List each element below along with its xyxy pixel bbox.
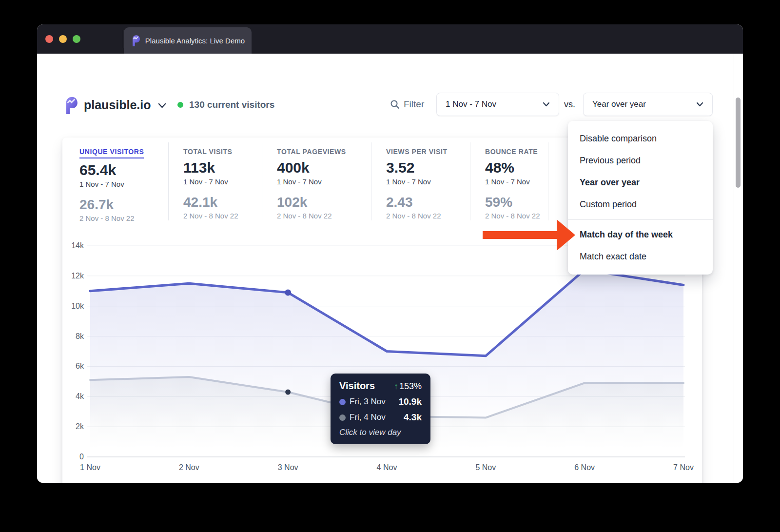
comparison-menu: Disable comparisonPrevious periodYear ov… (568, 121, 713, 275)
menu-item-custom-period[interactable]: Custom period (568, 194, 713, 216)
dashboard: plausible.io 130 current visitors Filter… (37, 54, 743, 483)
svg-text:3 Nov: 3 Nov (278, 463, 298, 472)
tooltip-row-value: 4.3k (404, 412, 422, 423)
comparison-value: Year over year (592, 99, 646, 109)
menu-item-year-over-year[interactable]: Year over year (568, 172, 713, 194)
menu-item-disable-comparison[interactable]: Disable comparison (568, 128, 713, 150)
series-dot-icon (339, 399, 346, 405)
browser-tab[interactable]: Plausible Analytics: Live Demo (124, 27, 252, 54)
current-visitors[interactable]: 130 current visitors (177, 93, 274, 117)
chevron-down-icon (696, 102, 703, 107)
date-range-picker[interactable]: 1 Nov - 7 Nov (436, 93, 559, 116)
site-name: plausible.io (84, 98, 151, 112)
browser-window: Plausible Analytics: Live Demo plausible… (37, 24, 743, 483)
svg-text:6k: 6k (76, 362, 84, 370)
tooltip-row-label: Fri, 4 Nov (350, 413, 386, 422)
close-button[interactable] (45, 35, 53, 43)
tooltip-row-label: Fri, 3 Nov (350, 397, 386, 407)
window-controls (45, 35, 80, 43)
titlebar: Plausible Analytics: Live Demo (37, 24, 743, 54)
menu-item-match-day-of-the-week[interactable]: Match day of the week (568, 224, 713, 246)
svg-text:6 Nov: 6 Nov (574, 463, 595, 472)
filter-button[interactable]: Filter (390, 93, 424, 116)
tooltip-change: ↑153% (394, 381, 422, 392)
svg-text:5 Nov: 5 Nov (475, 463, 496, 472)
zoom-button[interactable] (73, 35, 80, 43)
tooltip-row: Fri, 3 Nov10.9k (339, 396, 422, 407)
menu-item-match-exact-date[interactable]: Match exact date (568, 246, 713, 268)
svg-text:0: 0 (79, 453, 84, 461)
series-dot-icon (339, 414, 346, 421)
scrollbar-track-divider (734, 54, 734, 483)
svg-text:10k: 10k (71, 302, 84, 310)
tooltip-footer: Click to view day (339, 428, 422, 437)
tooltip-row-value: 10.9k (398, 396, 422, 407)
search-icon (390, 99, 400, 109)
comparison-picker[interactable]: Year over year (583, 93, 713, 116)
tooltip-title: Visitors (339, 380, 375, 392)
svg-text:7 Nov: 7 Nov (673, 463, 694, 472)
svg-text:4 Nov: 4 Nov (377, 463, 397, 472)
plausible-logo-icon (63, 96, 78, 114)
scrollbar-thumb[interactable] (736, 98, 741, 188)
tooltip-row: Fri, 4 Nov4.3k (339, 412, 422, 423)
svg-text:1 Nov: 1 Nov (80, 463, 100, 472)
svg-text:12k: 12k (71, 272, 84, 280)
date-range-value: 1 Nov - 7 Nov (446, 99, 496, 109)
chart-tooltip: Visitors ↑153% Fri, 3 Nov10.9kFri, 4 Nov… (331, 374, 430, 444)
svg-text:2k: 2k (76, 422, 84, 431)
filter-label: Filter (404, 99, 424, 110)
vs-label: vs. (564, 93, 575, 116)
chevron-down-icon (158, 101, 166, 110)
site-switcher[interactable]: plausible.io (63, 93, 166, 117)
arrow-up-icon: ↑ (394, 381, 398, 391)
plausible-favicon-icon (131, 35, 140, 46)
svg-text:2 Nov: 2 Nov (179, 463, 199, 472)
svg-text:4k: 4k (76, 392, 84, 400)
live-dot-icon (177, 102, 183, 108)
tab-separator (123, 30, 123, 48)
svg-text:14k: 14k (71, 241, 84, 250)
minimize-button[interactable] (59, 35, 67, 43)
menu-divider (568, 219, 713, 220)
current-visitors-label: 130 current visitors (189, 99, 274, 110)
svg-text:8k: 8k (76, 332, 84, 340)
chevron-down-icon (543, 102, 550, 107)
tab-title: Plausible Analytics: Live Demo (145, 37, 245, 45)
menu-item-previous-period[interactable]: Previous period (568, 150, 713, 172)
